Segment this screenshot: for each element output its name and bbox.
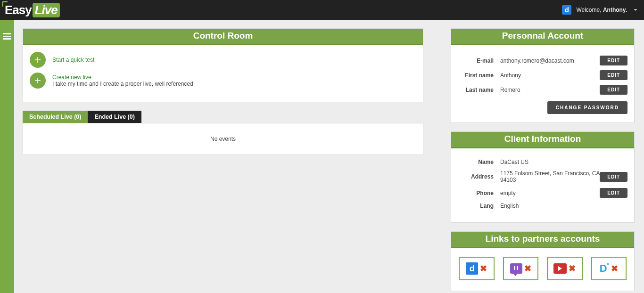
welcome-username: Anthony. (603, 7, 627, 13)
row-client-name: Name DaCast US (458, 159, 627, 165)
user-menu[interactable]: d Welcome, Anthony. (562, 5, 637, 15)
label-client-lang: Lang (458, 203, 500, 209)
label-client-address: Address (458, 173, 500, 180)
dailymotion-icon: D* (600, 262, 609, 275)
logo-live-text: Live (35, 3, 58, 17)
bracket-icon (2, 1, 8, 7)
action-quick-test[interactable]: Start a quick test (30, 52, 416, 68)
row-client-phone: Phone empty EDIT (458, 188, 627, 198)
twitch-icon (510, 263, 522, 274)
logo-easy-text: Easy (5, 3, 32, 17)
value-client-phone: empty (500, 190, 600, 196)
value-client-name: DaCast US (500, 159, 627, 165)
partner-youtube[interactable]: ✖ (547, 257, 583, 280)
value-email: anthony.romero@dacast.com (500, 57, 600, 64)
partner-twitch[interactable]: ✖ (503, 257, 539, 280)
col-left: Control Room Start a quick test Creat (23, 28, 423, 293)
welcome-text: Welcome, Anthony. (576, 7, 627, 13)
side-stripe (0, 20, 14, 293)
partner-dailymotion[interactable]: D* ✖ (591, 257, 627, 280)
col-right: Personnal Account E-mail anthony.romero@… (451, 28, 635, 293)
row-last-name: Last name Romero EDIT (458, 85, 627, 95)
hamburger-icon[interactable] (3, 33, 11, 40)
avatar-letter: d (565, 6, 569, 14)
row-first-name: First name Anthony EDIT (458, 70, 627, 80)
edit-last-name-button[interactable]: EDIT (600, 85, 627, 95)
dacast-icon: d (466, 262, 478, 275)
chevron-down-icon (634, 9, 637, 11)
panel-header-account: Personnal Account (451, 29, 634, 45)
partner-dacast[interactable]: d ✖ (459, 257, 495, 280)
value-client-lang: English (500, 203, 627, 209)
panel-partners: Links to partners accounts d ✖ ✖ ✖ (451, 231, 635, 291)
tab-pane-scheduled: No events (23, 123, 423, 155)
close-icon: ✖ (611, 263, 618, 274)
value-client-address: 1175 Folsom Street, San Francisco, CA 94… (500, 170, 600, 183)
edit-client-address-button[interactable]: EDIT (600, 172, 627, 182)
create-live-sublabel: I take my time and I create a proper liv… (52, 81, 193, 87)
logo-easy: Easy (5, 3, 32, 17)
plus-icon (30, 73, 46, 89)
brand-logo[interactable]: Easy Live (5, 3, 60, 17)
topbar: Easy Live d Welcome, Anthony. (0, 0, 644, 20)
edit-email-button[interactable]: EDIT (600, 56, 627, 65)
logo-live: Live (33, 3, 60, 17)
panel-personal-account: Personnal Account E-mail anthony.romero@… (451, 28, 635, 123)
tab-bar: Scheduled Live (0) Ended Live (0) (23, 111, 423, 123)
label-client-name: Name (458, 159, 500, 165)
panel-header-control-room: Control Room (23, 29, 423, 45)
welcome-prefix: Welcome, (576, 7, 603, 13)
close-icon: ✖ (480, 263, 487, 274)
label-client-phone: Phone (458, 190, 500, 196)
label-first-name: First name (458, 72, 500, 79)
tab-ended-live[interactable]: Ended Live (0) (88, 111, 141, 123)
youtube-icon (553, 263, 567, 274)
panel-body-control-room: Start a quick test Create new live I tak… (23, 45, 423, 102)
label-last-name: Last name (458, 87, 500, 93)
panel-header-client: Client Information (451, 132, 634, 148)
change-password-button[interactable]: CHANGE PASSWORD (547, 101, 627, 114)
partner-grid: d ✖ ✖ ✖ D* ✖ (458, 255, 627, 282)
panel-client-info: Client Information Name DaCast US Addres… (451, 131, 635, 223)
value-last-name: Romero (500, 87, 600, 93)
create-live-label: Create new live (52, 74, 193, 81)
close-icon: ✖ (524, 263, 531, 274)
action-create-live[interactable]: Create new live I take my time and I cre… (30, 73, 416, 89)
row-client-address: Address 1175 Folsom Street, San Francisc… (458, 170, 627, 183)
edit-client-phone-button[interactable]: EDIT (600, 188, 627, 198)
tab-scheduled-live[interactable]: Scheduled Live (0) (23, 111, 88, 123)
plus-icon (30, 52, 46, 68)
panel-control-room: Control Room Start a quick test Creat (23, 28, 423, 102)
close-icon: ✖ (569, 263, 576, 274)
no-events-text: No events (210, 136, 236, 142)
quick-test-label: Start a quick test (52, 57, 94, 63)
value-first-name: Anthony (500, 72, 600, 79)
row-client-lang: Lang English (458, 203, 627, 209)
edit-first-name-button[interactable]: EDIT (600, 70, 627, 80)
content: Control Room Start a quick test Creat (14, 20, 644, 293)
label-email: E-mail (458, 57, 500, 64)
row-email: E-mail anthony.romero@dacast.com EDIT (458, 56, 627, 65)
avatar: d (562, 5, 571, 15)
panel-header-partners: Links to partners accounts (451, 232, 634, 248)
